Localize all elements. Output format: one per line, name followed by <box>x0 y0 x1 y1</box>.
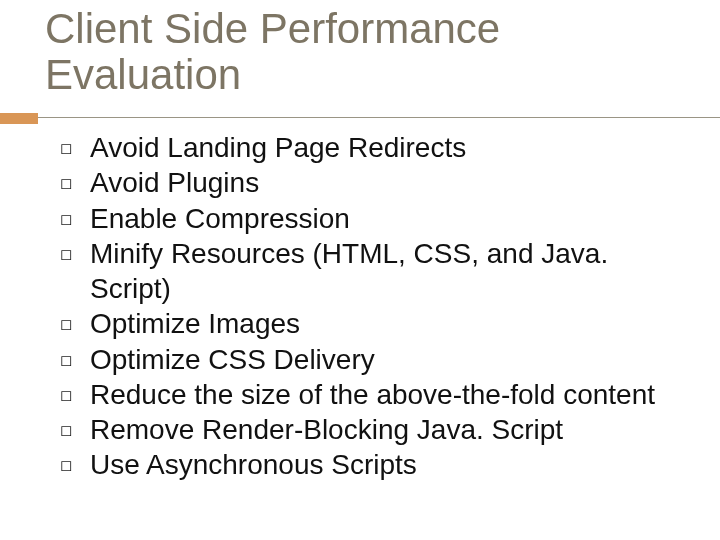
list-item-text: Optimize Images <box>90 306 690 341</box>
list-item-text: Avoid Plugins <box>90 165 690 200</box>
bullet-icon: ◻ <box>60 377 90 405</box>
slide: Client Side Performance Evaluation ◻ Avo… <box>0 0 720 540</box>
bullet-icon: ◻ <box>60 342 90 370</box>
bullet-icon: ◻ <box>60 447 90 475</box>
bullet-list: ◻ Avoid Landing Page Redirects ◻ Avoid P… <box>60 130 690 483</box>
list-item: ◻ Remove Render-Blocking Java. Script <box>60 412 690 447</box>
list-item: ◻ Enable Compression <box>60 201 690 236</box>
list-item-text: Optimize CSS Delivery <box>90 342 690 377</box>
bullet-icon: ◻ <box>60 412 90 440</box>
list-item-text: Avoid Landing Page Redirects <box>90 130 690 165</box>
list-item: ◻ Avoid Plugins <box>60 165 690 200</box>
list-item: ◻ Reduce the size of the above-the-fold … <box>60 377 690 412</box>
list-item: ◻ Avoid Landing Page Redirects <box>60 130 690 165</box>
bullet-icon: ◻ <box>60 236 90 264</box>
list-item-text: Minify Resources (HTML, CSS, and Java. S… <box>90 236 690 307</box>
divider-line <box>38 117 720 118</box>
list-item-text: Enable Compression <box>90 201 690 236</box>
bullet-icon: ◻ <box>60 165 90 193</box>
list-item: ◻ Use Asynchronous Scripts <box>60 447 690 482</box>
bullet-icon: ◻ <box>60 130 90 158</box>
slide-title: Client Side Performance Evaluation <box>45 6 685 98</box>
list-item: ◻ Minify Resources (HTML, CSS, and Java.… <box>60 236 690 307</box>
list-item: ◻ Optimize Images <box>60 306 690 341</box>
list-item: ◻ Optimize CSS Delivery <box>60 342 690 377</box>
list-item-text: Reduce the size of the above-the-fold co… <box>90 377 690 412</box>
list-item-text: Remove Render-Blocking Java. Script <box>90 412 690 447</box>
list-item-text: Use Asynchronous Scripts <box>90 447 690 482</box>
bullet-icon: ◻ <box>60 201 90 229</box>
accent-bar <box>0 113 38 124</box>
bullet-icon: ◻ <box>60 306 90 334</box>
